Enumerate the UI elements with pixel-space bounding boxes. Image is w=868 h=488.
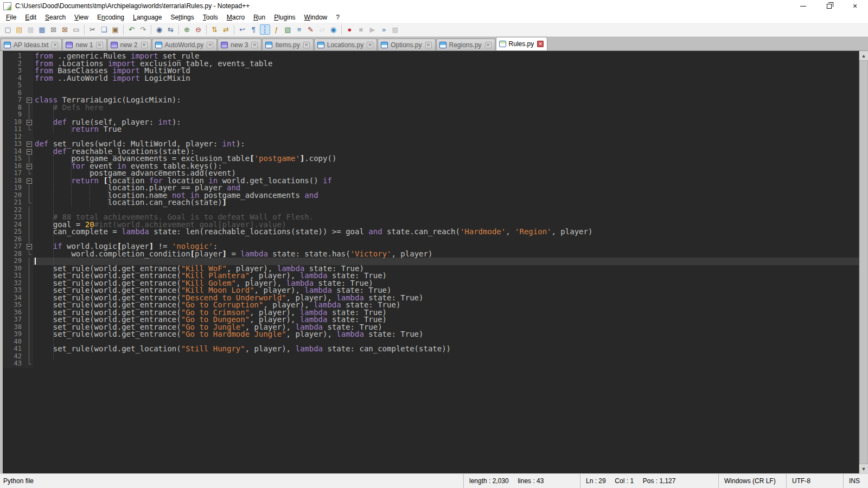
macro-play-icon[interactable]: ▶ xyxy=(367,24,378,35)
sync-horizontal-icon[interactable]: ⇄ xyxy=(221,24,231,35)
tab-label: new 1 xyxy=(75,41,93,49)
fold-margin xyxy=(25,228,33,236)
scrollbar-thumb[interactable] xyxy=(859,60,868,464)
macro-stop-icon[interactable]: ■ xyxy=(356,24,366,35)
macro-save-icon[interactable]: ▩ xyxy=(390,24,400,35)
find-icon[interactable]: ◉ xyxy=(154,24,164,35)
fold-margin[interactable] xyxy=(25,140,33,148)
tab-close-icon[interactable]: ✕ xyxy=(251,42,258,48)
tab-rules-py[interactable]: Rules.py✕ xyxy=(496,37,548,50)
menu-item-run[interactable]: Run xyxy=(249,12,270,22)
menu-item-search[interactable]: Search xyxy=(41,12,70,22)
print-icon[interactable]: ▭ xyxy=(71,24,81,35)
sync-vertical-icon[interactable]: ⇅ xyxy=(209,24,220,35)
fold-margin xyxy=(25,309,33,317)
tab-close-icon[interactable]: ✕ xyxy=(207,42,213,48)
line-number: 17 xyxy=(3,170,25,177)
line-number: 20 xyxy=(3,192,25,200)
zoom-out-icon[interactable]: ⊖ xyxy=(193,24,203,35)
fold-margin[interactable] xyxy=(25,148,33,156)
code-area[interactable]: 1from ..generic.Rules import set_rule2fr… xyxy=(3,51,859,473)
cut-icon[interactable]: ✂ xyxy=(87,24,98,35)
tab-close-icon[interactable]: ✕ xyxy=(52,42,58,48)
line-number: 19 xyxy=(3,184,25,192)
line-number: 27 xyxy=(3,243,25,251)
monitoring-eye-icon[interactable]: ◉ xyxy=(328,24,339,35)
close-button[interactable]: × xyxy=(842,0,868,12)
macro-run-multiple-icon[interactable]: » xyxy=(379,24,389,35)
define-language-icon[interactable]: ✎ xyxy=(305,24,316,35)
fold-margin[interactable] xyxy=(25,119,33,126)
line-number: 34 xyxy=(3,294,25,302)
tab-label: AutoWorld.py xyxy=(165,41,204,49)
macro-record-icon[interactable]: ● xyxy=(344,24,355,35)
close-all-icon[interactable]: ⊠ xyxy=(60,24,70,35)
window-controls: × xyxy=(790,0,868,12)
tab-items-py[interactable]: Items.py✕ xyxy=(262,38,313,50)
tab-close-icon[interactable]: ✕ xyxy=(485,42,492,48)
word-wrap-icon[interactable]: ↩ xyxy=(237,24,247,35)
vertical-scrollbar[interactable]: ▲ ▼ xyxy=(859,51,868,473)
undo-icon[interactable]: ↶ xyxy=(126,24,137,35)
tab-new-1[interactable]: new 1✕ xyxy=(62,38,106,50)
menu-item-window[interactable]: Window xyxy=(300,12,332,22)
menu-item-[interactable]: ? xyxy=(331,12,344,22)
fold-margin[interactable] xyxy=(25,163,33,170)
line-number: 14 xyxy=(3,148,25,156)
line-number: 31 xyxy=(3,272,25,280)
tab-new-3[interactable]: new 3✕ xyxy=(218,38,261,50)
zoom-in-icon[interactable]: ⊕ xyxy=(182,24,192,35)
tab-new-2[interactable]: new 2✕ xyxy=(107,38,151,50)
status-typing-mode[interactable]: INS xyxy=(843,474,868,488)
redo-icon[interactable]: ↷ xyxy=(138,24,148,35)
tab-ap-ideas-txt[interactable]: AP Ideas.txt✕ xyxy=(1,38,62,50)
line-number: 12 xyxy=(3,133,25,141)
tab-autoworld-py[interactable]: AutoWorld.py✕ xyxy=(152,38,218,50)
save-all-icon[interactable]: ▩ xyxy=(37,24,47,35)
tab-close-icon[interactable]: ✕ xyxy=(425,42,432,48)
copy-icon[interactable]: ❏ xyxy=(99,24,109,35)
tab-options-py[interactable]: Options.py✕ xyxy=(378,38,435,50)
menu-item-macro[interactable]: Macro xyxy=(222,12,249,22)
line-number: 39 xyxy=(3,331,25,338)
function-list-icon[interactable]: ƒ xyxy=(271,24,282,35)
line-number: 4 xyxy=(3,75,25,82)
menu-item-edit[interactable]: Edit xyxy=(21,12,41,22)
replace-icon[interactable]: ⇆ xyxy=(165,24,176,35)
menu-item-tools[interactable]: Tools xyxy=(199,12,222,22)
show-all-characters-icon[interactable]: ¶ xyxy=(248,24,259,35)
scroll-down-icon[interactable]: ▼ xyxy=(859,464,868,473)
folder-as-workspace-icon[interactable]: ▱ xyxy=(317,24,327,35)
tab-locations-py[interactable]: Locations.py✕ xyxy=(314,38,377,50)
document-map-icon[interactable]: ▧ xyxy=(283,24,293,35)
status-encoding[interactable]: UTF-8 xyxy=(786,474,843,488)
tab-close-icon[interactable]: ✕ xyxy=(367,42,373,48)
tab-regions-py[interactable]: Regions.py✕ xyxy=(436,38,495,50)
tab-close-icon[interactable]: ✕ xyxy=(97,42,103,48)
save-icon[interactable]: ▦ xyxy=(25,24,36,35)
menu-item-file[interactable]: File xyxy=(2,12,21,22)
menu-item-view[interactable]: View xyxy=(70,12,93,22)
tab-close-icon[interactable]: ✕ xyxy=(537,41,544,47)
menu-item-plugins[interactable]: Plugins xyxy=(270,12,299,22)
document-list-icon[interactable]: ≡ xyxy=(294,24,304,35)
status-eol-format[interactable]: Windows (CR LF) xyxy=(718,474,786,488)
tab-close-icon[interactable]: ✕ xyxy=(303,42,310,48)
fold-margin[interactable] xyxy=(25,97,33,104)
scroll-up-icon[interactable]: ▲ xyxy=(859,51,868,60)
new-file-icon[interactable]: ▢ xyxy=(3,24,13,35)
code-line: 42 xyxy=(3,353,859,361)
menu-item-language[interactable]: Language xyxy=(129,12,166,22)
menu-item-settings[interactable]: Settings xyxy=(166,12,198,22)
close-icon[interactable]: ⊠ xyxy=(48,24,59,35)
fold-margin[interactable] xyxy=(25,243,33,251)
indent-guide-icon[interactable]: ┆ xyxy=(260,24,270,35)
open-file-icon[interactable]: ▤ xyxy=(14,24,24,35)
restore-button[interactable] xyxy=(816,0,842,12)
line-number: 38 xyxy=(3,324,25,331)
minimize-button[interactable] xyxy=(790,0,816,12)
paste-icon[interactable]: ▣ xyxy=(110,24,120,35)
tab-close-icon[interactable]: ✕ xyxy=(141,42,148,48)
fold-margin[interactable] xyxy=(25,177,33,185)
menu-item-encoding[interactable]: Encoding xyxy=(93,12,129,22)
